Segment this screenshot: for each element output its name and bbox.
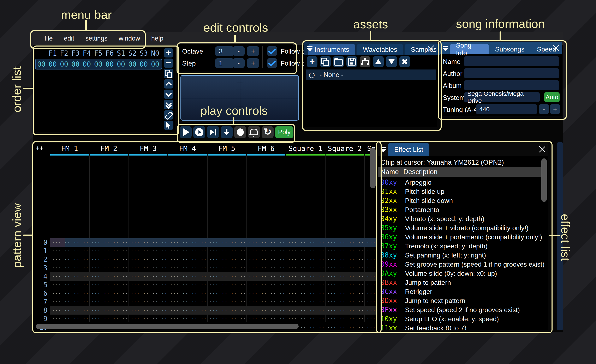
annotation-line-pattern-view [23, 234, 33, 236]
annotation-line-menu-bar [85, 20, 87, 31]
annotation-edit-controls: edit controls [203, 21, 268, 34]
menu-item-help[interactable]: help [146, 35, 169, 42]
scope-centerline [181, 98, 298, 98]
annotation-effect-list: effect list [559, 214, 572, 261]
annotation-play-controls: play controls [200, 104, 268, 117]
annotation-rect-song-info [438, 40, 567, 120]
annotation-rect-pattern-view [32, 141, 382, 333]
annotation-pattern-view: pattern view [10, 203, 24, 268]
annotation-line-edit-controls [234, 35, 236, 43]
annotation-rect-assets [302, 40, 442, 131]
annotation-rect-play-controls [177, 124, 295, 143]
annotation-line-order-list [23, 88, 33, 89]
annotation-rect-effect-list [376, 141, 552, 333]
annotation-line-assets [370, 31, 371, 41]
annotation-rect-edit-controls [177, 42, 297, 74]
annotation-assets: assets [353, 17, 388, 31]
annotation-song-information: song information [456, 17, 545, 31]
annotation-menu-bar: menu bar [61, 8, 112, 22]
annotation-line-song-info [499, 31, 501, 41]
annotation-rect-order-list [33, 45, 179, 135]
screen: fileeditsettingswindowhelp F1F2F3F4F5F6S… [0, 0, 596, 364]
annotation-line-play-controls [233, 117, 234, 124]
annotation-order-list: order list [10, 66, 24, 112]
